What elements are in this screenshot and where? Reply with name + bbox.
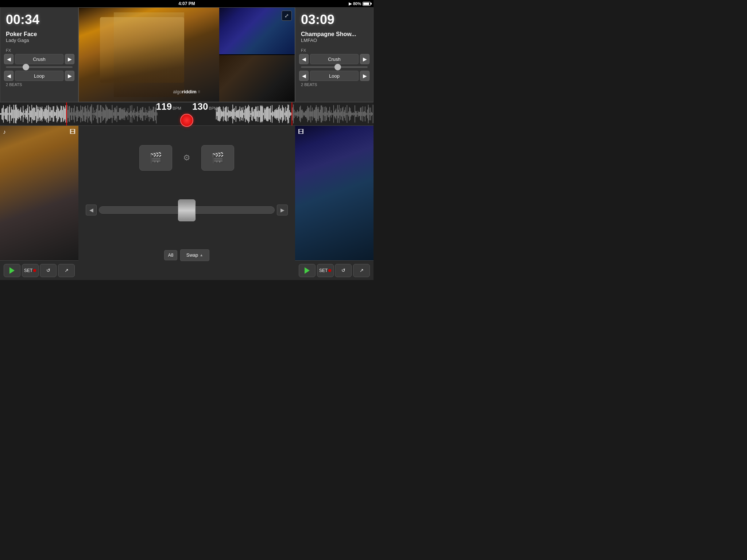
video-secondary-bottom: [219, 55, 295, 102]
settings-button[interactable]: ⚙: [179, 151, 194, 165]
svg-rect-142: [112, 105, 113, 123]
svg-rect-340: [325, 106, 326, 121]
svg-rect-46: [36, 105, 37, 123]
deck-left-beats-label: 2 BEATS: [4, 82, 22, 87]
svg-rect-203: [217, 107, 218, 120]
svg-rect-0: [0, 113, 1, 115]
svg-rect-319: [309, 108, 310, 121]
svg-rect-368: [348, 113, 348, 115]
svg-rect-262: [264, 108, 265, 120]
swap-button[interactable]: Swap ▲: [180, 249, 209, 261]
deck-left-thumbnail: ♪ 🎞: [0, 126, 78, 260]
svg-rect-119: [94, 113, 94, 115]
deck-left-play-button[interactable]: [4, 264, 20, 277]
svg-rect-128: [101, 105, 101, 123]
svg-rect-245: [251, 113, 251, 115]
right-media-button[interactable]: 🎬: [201, 145, 234, 171]
svg-rect-272: [272, 105, 272, 122]
svg-rect-242: [248, 105, 249, 123]
deck-left-set-button[interactable]: SET: [22, 264, 39, 277]
svg-rect-183: [144, 112, 145, 116]
deck-right-play-button[interactable]: [299, 264, 316, 277]
waveform-left[interactable]: [0, 102, 158, 125]
svg-rect-5: [4, 112, 5, 116]
svg-rect-211: [224, 111, 225, 117]
deck-left-loop-button[interactable]: ↺: [40, 264, 57, 277]
svg-rect-109: [86, 108, 86, 120]
svg-rect-180: [142, 107, 143, 121]
deck-left-loop-prev-button[interactable]: ◀: [4, 71, 13, 81]
deck-right-set-button[interactable]: SET: [317, 264, 334, 277]
deck-right-loop-button[interactable]: ↺: [335, 264, 352, 277]
deck-left-fx-slider-track[interactable]: [6, 66, 73, 68]
svg-rect-159: [125, 112, 126, 116]
svg-rect-384: [360, 108, 361, 120]
svg-rect-227: [236, 110, 237, 117]
svg-rect-191: [151, 109, 151, 119]
svg-rect-341: [326, 108, 327, 120]
svg-rect-160: [126, 110, 127, 117]
svg-rect-320: [310, 111, 310, 117]
svg-rect-359: [340, 108, 341, 120]
deck-right-fx-slider-track[interactable]: [301, 66, 368, 68]
svg-rect-265: [266, 107, 267, 121]
deck-right-loop-prev-button[interactable]: ◀: [299, 71, 309, 81]
svg-rect-356: [338, 110, 339, 118]
deck-left-fx-slider-thumb[interactable]: [23, 64, 29, 70]
svg-rect-290: [286, 111, 287, 117]
svg-rect-342: [327, 113, 328, 116]
svg-rect-391: [365, 112, 366, 116]
svg-rect-361: [342, 108, 343, 120]
deck-right-fx-slider[interactable]: [299, 66, 369, 68]
deck-left-controls: SET ↺ ↗: [0, 260, 78, 280]
svg-rect-146: [115, 107, 116, 120]
deck-right-fx-prev-button[interactable]: ◀: [299, 54, 309, 64]
crossfader-thumb[interactable]: [178, 199, 196, 221]
svg-rect-2: [1, 108, 2, 119]
svg-rect-344: [329, 111, 329, 117]
deck-right-loop-next-button[interactable]: ▶: [360, 71, 369, 81]
svg-rect-398: [371, 112, 372, 116]
deck-left-scratch-button[interactable]: ↗: [58, 264, 75, 277]
crossfader-left-arrow[interactable]: ◀: [86, 205, 97, 215]
crossfader-right-arrow[interactable]: ▶: [277, 205, 288, 215]
crossfader-track[interactable]: [99, 206, 275, 214]
svg-rect-60: [47, 110, 48, 118]
deck-right-fx-name: Crush: [310, 54, 359, 64]
deck-left-fx-slider[interactable]: [4, 66, 74, 68]
deck-left-fx-prev-button[interactable]: ◀: [4, 54, 13, 64]
deck-left-fx-next-button[interactable]: ▶: [65, 54, 74, 64]
svg-rect-28: [22, 112, 23, 115]
svg-rect-285: [282, 105, 283, 123]
svg-rect-308: [300, 106, 301, 122]
svg-rect-317: [307, 106, 308, 122]
record-button[interactable]: [180, 114, 193, 127]
svg-rect-263: [265, 109, 266, 118]
svg-rect-23: [18, 109, 19, 119]
svg-rect-130: [102, 107, 103, 121]
svg-rect-345: [329, 107, 330, 121]
svg-rect-54: [43, 109, 43, 118]
deck-right-fx-next-button[interactable]: ▶: [360, 54, 369, 64]
svg-rect-236: [244, 113, 244, 115]
svg-rect-49: [39, 107, 39, 121]
deck-right-fx-slider-thumb[interactable]: [334, 64, 341, 70]
svg-rect-282: [280, 109, 280, 119]
deck-left-fx-row: ◀ Crush ▶: [4, 54, 74, 64]
left-media-button[interactable]: 🎬: [139, 145, 172, 171]
video-expand-button[interactable]: ⤢: [282, 11, 292, 21]
waveform-right[interactable]: [216, 102, 374, 125]
svg-rect-1: [1, 113, 1, 115]
svg-rect-110: [87, 111, 88, 116]
deck-left-loop-row: ◀ Loop ▶: [4, 71, 74, 81]
svg-rect-310: [302, 109, 302, 119]
deck-right-scratch-button[interactable]: ↗: [353, 264, 370, 277]
svg-rect-101: [80, 111, 80, 117]
deck-left-loop-next-button[interactable]: ▶: [65, 71, 74, 81]
svg-rect-381: [358, 111, 359, 117]
deck-left-set-dot: [33, 269, 36, 272]
svg-rect-298: [293, 108, 293, 121]
swap-label: Swap: [186, 252, 198, 258]
svg-rect-107: [84, 107, 85, 121]
svg-rect-115: [90, 106, 91, 122]
